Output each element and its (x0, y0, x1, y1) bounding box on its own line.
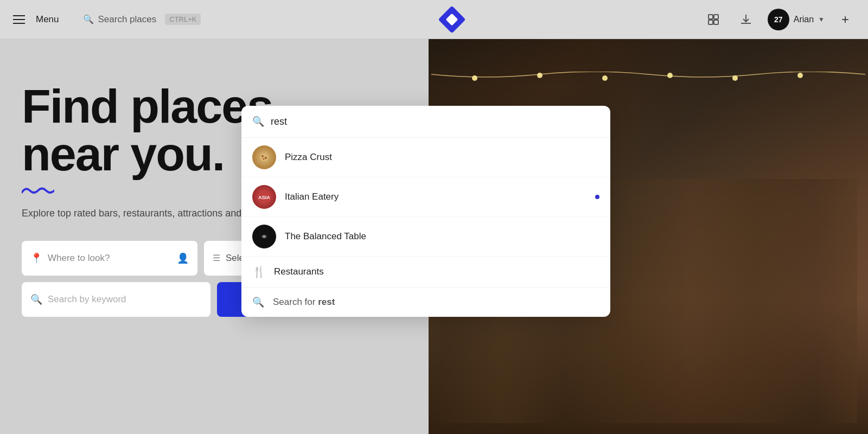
svg-point-6 (602, 75, 608, 81)
svg-point-4 (472, 75, 477, 81)
search-icon: 🔍 (30, 293, 42, 305)
search-placeholder: Search places (98, 14, 157, 25)
location-icon: 📍 (30, 252, 42, 264)
global-search-bar[interactable]: 🔍 Search places CTRL+K (83, 14, 201, 25)
user-menu[interactable]: 27 Arian ▼ (768, 9, 825, 30)
autocomplete-result-italian-eatery[interactable]: ASIA Italian Eatery (241, 177, 610, 217)
place-logo-balanced-table (252, 225, 276, 248)
svg-rect-2 (709, 20, 713, 24)
notifications-button[interactable] (703, 9, 724, 30)
autocomplete-dropdown: 🔍 Pizza Crust ASIA Italian Eatery (241, 106, 610, 317)
autocomplete-result-pizza-crust[interactable]: Pizza Crust (241, 138, 610, 177)
svg-point-9 (797, 73, 803, 78)
search-term: rest (318, 297, 335, 307)
svg-rect-3 (714, 20, 718, 24)
keyboard-shortcut: CTRL+K (165, 14, 201, 25)
result-label: The Balanced Table (285, 231, 366, 242)
svg-point-8 (732, 75, 738, 81)
search-for-label: Search for rest (273, 297, 335, 308)
svg-text:ASIA: ASIA (258, 195, 270, 200)
category-icon: ☰ (213, 253, 220, 263)
fork-knife-icon: 🍴 (252, 265, 265, 278)
result-label: Italian Eatery (285, 192, 339, 202)
svg-rect-0 (709, 15, 713, 19)
place-logo-italian-eatery: ASIA (252, 185, 276, 209)
keyword-field[interactable]: 🔍 Search by keyword (22, 282, 210, 317)
svg-point-5 (537, 73, 542, 78)
result-label: Pizza Crust (285, 152, 332, 163)
keyword-placeholder: Search by keyword (48, 294, 126, 305)
svg-rect-1 (714, 15, 718, 19)
person-icon: 👤 (177, 252, 189, 264)
svg-point-12 (261, 155, 264, 157)
chevron-down-icon: ▼ (818, 16, 825, 23)
category-label: Restaurants (274, 266, 324, 277)
autocomplete-search-bar[interactable]: 🔍 (241, 106, 610, 138)
svg-point-18 (263, 235, 266, 238)
menu-label: Menu (36, 14, 59, 25)
autocomplete-result-balanced-table[interactable]: The Balanced Table (241, 217, 610, 257)
svg-point-14 (263, 158, 265, 160)
autocomplete-category-restaurants[interactable]: 🍴 Restaurants (241, 257, 610, 288)
autocomplete-search-for[interactable]: 🔍 Search for rest (241, 288, 610, 317)
svg-point-11 (260, 153, 269, 162)
username: Arian (794, 15, 814, 24)
download-button[interactable] (735, 9, 757, 30)
top-navigation: Menu 🔍 Search places CTRL+K (0, 0, 868, 39)
place-logo-pizza-crust (252, 145, 276, 169)
search-icon: 🔍 (252, 116, 264, 127)
location-field[interactable]: 📍 Where to look? 👤 (22, 241, 197, 276)
location-placeholder: Where to look? (48, 253, 110, 264)
add-button[interactable]: + (835, 10, 855, 29)
app-logo[interactable] (438, 5, 466, 34)
svg-point-13 (265, 157, 267, 159)
svg-point-7 (667, 73, 673, 78)
active-indicator (595, 195, 599, 199)
search-icon: 🔍 (252, 296, 264, 308)
avatar: 27 (768, 9, 789, 30)
autocomplete-input[interactable] (271, 116, 599, 127)
menu-button[interactable] (13, 15, 25, 24)
search-icon: 🔍 (83, 14, 94, 24)
